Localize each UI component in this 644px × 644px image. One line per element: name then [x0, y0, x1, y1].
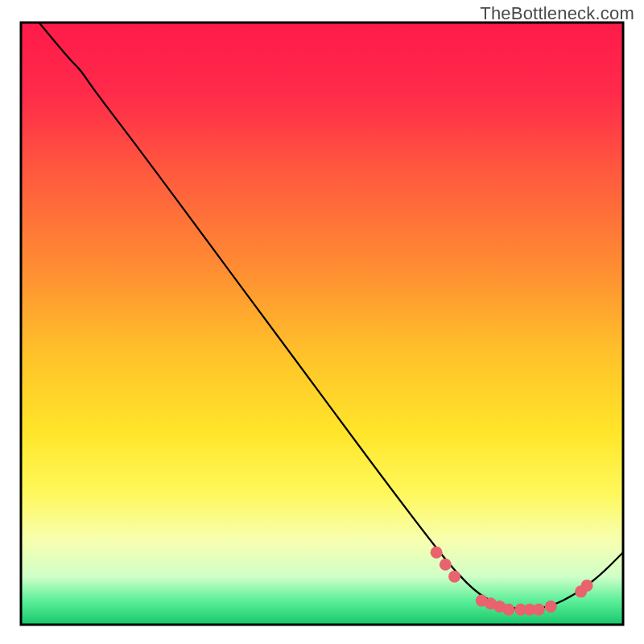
- site-watermark: TheBottleneck.com: [480, 3, 634, 24]
- bottleneck-chart: [0, 0, 644, 644]
- data-marker: [431, 547, 443, 559]
- data-marker: [502, 604, 514, 616]
- data-marker: [581, 580, 593, 592]
- data-marker: [533, 604, 545, 616]
- chart-container: TheBottleneck.com: [0, 0, 644, 644]
- plot-area: [21, 23, 623, 625]
- data-marker: [545, 601, 557, 613]
- data-marker: [448, 571, 460, 583]
- data-marker: [440, 559, 452, 571]
